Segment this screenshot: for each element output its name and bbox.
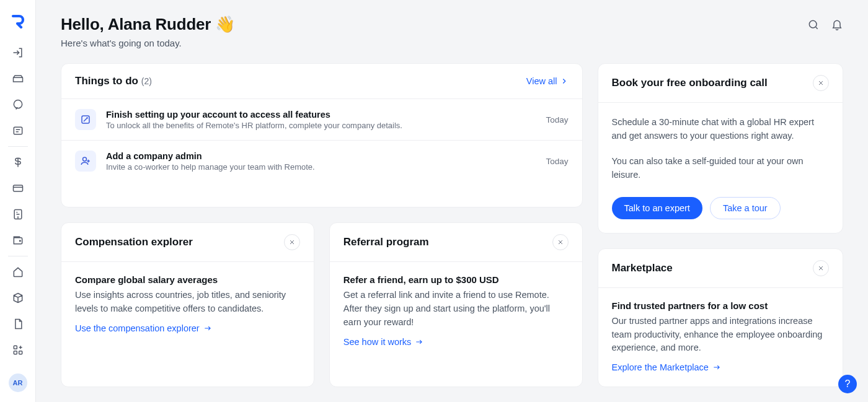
add-admin-icon [75,151,96,172]
referral-link[interactable]: See how it works [343,337,424,347]
help-button[interactable]: ? [838,375,857,393]
nav-wallet-icon[interactable] [11,234,25,247]
search-icon[interactable] [807,19,820,31]
todo-item[interactable]: Finish setting up your account to access… [61,98,582,140]
setup-account-icon [75,109,96,130]
svg-rect-7 [19,351,22,354]
svg-point-4 [19,240,20,242]
marketplace-text: Our trusted partner apps and integration… [612,315,830,355]
svg-rect-2 [13,185,22,191]
things-to-do-card: Things to do (2) View all Finish setting… [61,63,583,208]
nav-org-icon[interactable] [11,72,25,85]
user-avatar[interactable]: AR [9,374,27,392]
svg-rect-5 [14,346,17,349]
main-content: Hello, Alana Rudder 👋 Here's what's goin… [36,0,868,402]
logo[interactable] [11,14,25,28]
things-title: Things to do (2) [75,75,152,87]
onboarding-card: Book your free onboarding call Schedule … [598,63,844,234]
todo-item[interactable]: Add a company admin Invite a co-worker t… [61,140,582,181]
svg-point-8 [809,20,817,28]
close-button[interactable] [813,260,829,276]
referral-heading: Refer a friend, earn up to $300 USD [343,274,569,285]
todo-date: Today [546,115,568,125]
things-count: (2) [141,76,152,86]
compensation-text: Use insights across countries, job title… [75,289,300,316]
nav-login-icon[interactable] [11,46,25,59]
svg-point-0 [14,100,22,108]
compensation-card: Compensation explorer Compare global sal… [61,222,314,387]
take-tour-button[interactable]: Take a tour [710,197,781,219]
referral-card: Referral program Refer a friend, earn up… [329,222,583,387]
compensation-title: Compensation explorer [75,236,193,248]
referral-title: Referral program [343,236,429,248]
onboarding-title: Book your free onboarding call [612,77,768,89]
nav-invoice-icon[interactable] [11,208,25,221]
nav-chat-icon[interactable] [11,98,25,111]
svg-rect-6 [14,351,17,354]
page-subtitle: Here's what's going on today. [61,38,235,48]
marketplace-title: Marketplace [612,262,673,274]
nav-card-icon[interactable] [11,181,25,195]
close-button[interactable] [813,75,829,91]
nav-doc-icon[interactable] [11,317,25,331]
svg-point-10 [83,157,87,161]
todo-desc: Invite a co-worker to help manage your t… [106,162,546,172]
talk-to-expert-button[interactable]: Talk to an expert [612,197,702,219]
compensation-heading: Compare global salary averages [75,274,300,285]
svg-rect-1 [14,127,22,134]
bell-icon[interactable] [831,19,843,31]
marketplace-card: Marketplace Find trusted partners for a … [598,248,844,387]
todo-desc: To unlock all the benefits of Remote's H… [106,121,546,130]
nav-package-icon[interactable] [11,291,25,305]
onboarding-text-2: You can also take a self-guided tour at … [612,154,830,182]
nav-money-icon[interactable] [11,155,25,169]
compensation-link[interactable]: Use the compensation explorer [75,323,212,333]
close-button[interactable] [284,234,300,250]
marketplace-link[interactable]: Explore the Marketplace [612,362,721,372]
onboarding-text-1: Schedule a 30-minute chat with a global … [612,115,830,143]
referral-text: Get a referral link and invite a friend … [343,289,569,329]
marketplace-heading: Find trusted partners for a low cost [612,300,830,311]
greeting: Hello, Alana Rudder 👋 Here's what's goin… [61,15,235,48]
sidebar: AR [0,0,36,402]
nav-apps-icon[interactable] [11,343,25,357]
close-button[interactable] [552,234,569,250]
todo-title: Finish setting up your account to access… [106,110,546,120]
todo-title: Add a company admin [106,151,546,161]
nav-home-icon[interactable] [11,265,25,279]
todo-date: Today [546,157,568,166]
view-all-link[interactable]: View all [526,76,569,86]
wave-emoji: 👋 [215,15,235,33]
page-title: Hello, Alana Rudder 👋 [61,15,235,34]
nav-notes-icon[interactable] [11,124,25,138]
